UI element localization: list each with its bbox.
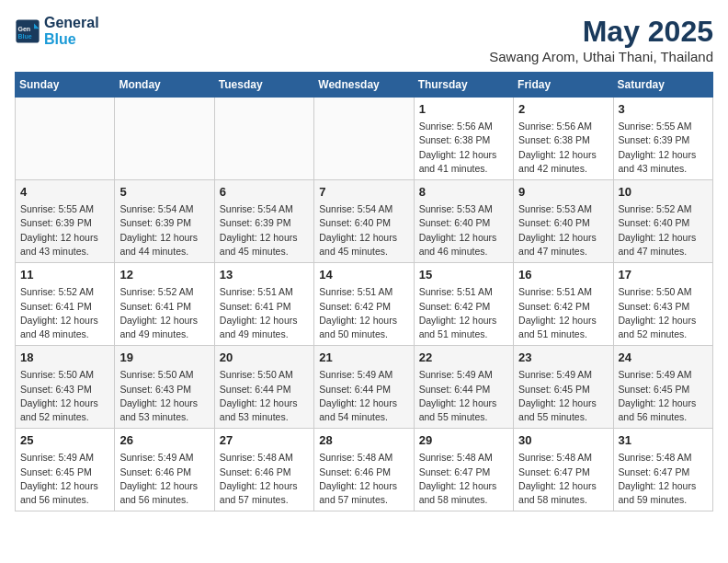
calendar-cell: 29Sunrise: 5:48 AM Sunset: 6:47 PM Dayli…: [414, 429, 513, 511]
calendar-cell: 19Sunrise: 5:50 AM Sunset: 6:43 PM Dayli…: [115, 346, 214, 429]
week-row-1: 1Sunrise: 5:56 AM Sunset: 6:38 PM Daylig…: [16, 98, 713, 180]
day-number: 11: [20, 267, 109, 283]
calendar-cell: 12Sunrise: 5:52 AM Sunset: 6:41 PM Dayli…: [115, 263, 214, 346]
day-number: 29: [419, 432, 508, 449]
calendar-cell: 16Sunrise: 5:51 AM Sunset: 6:42 PM Dayli…: [514, 263, 613, 346]
day-number: 17: [619, 267, 708, 283]
day-number: 26: [119, 432, 209, 449]
day-number: 12: [119, 267, 209, 283]
calendar-cell: 13Sunrise: 5:51 AM Sunset: 6:41 PM Dayli…: [214, 263, 313, 346]
calendar-cell: 7Sunrise: 5:54 AM Sunset: 6:40 PM Daylig…: [314, 180, 414, 263]
calendar-cell: 18Sunrise: 5:50 AM Sunset: 6:43 PM Dayli…: [16, 346, 115, 429]
calendar-cell: 30Sunrise: 5:48 AM Sunset: 6:47 PM Dayli…: [514, 429, 613, 511]
day-info: Sunrise: 5:51 AM Sunset: 6:42 PM Dayligh…: [419, 285, 508, 341]
day-number: 1: [419, 101, 508, 118]
day-number: 13: [220, 267, 309, 283]
calendar-cell: [214, 98, 313, 180]
day-info: Sunrise: 5:52 AM Sunset: 6:40 PM Dayligh…: [619, 202, 708, 259]
day-info: Sunrise: 5:49 AM Sunset: 6:45 PM Dayligh…: [619, 368, 708, 424]
day-info: Sunrise: 5:55 AM Sunset: 6:39 PM Dayligh…: [20, 202, 109, 259]
day-info: Sunrise: 5:49 AM Sunset: 6:44 PM Dayligh…: [319, 368, 408, 424]
day-info: Sunrise: 5:56 AM Sunset: 6:38 PM Dayligh…: [518, 120, 608, 176]
day-info: Sunrise: 5:50 AM Sunset: 6:43 PM Dayligh…: [619, 285, 708, 341]
day-info: Sunrise: 5:54 AM Sunset: 6:39 PM Dayligh…: [220, 202, 309, 259]
day-info: Sunrise: 5:53 AM Sunset: 6:40 PM Dayligh…: [518, 202, 608, 259]
day-info: Sunrise: 5:49 AM Sunset: 6:45 PM Dayligh…: [518, 368, 608, 424]
calendar-cell: 26Sunrise: 5:49 AM Sunset: 6:46 PM Dayli…: [115, 429, 214, 511]
day-info: Sunrise: 5:53 AM Sunset: 6:40 PM Dayligh…: [419, 202, 508, 259]
calendar-cell: 1Sunrise: 5:56 AM Sunset: 6:38 PM Daylig…: [414, 98, 513, 180]
weekday-header-thursday: Thursday: [414, 73, 513, 98]
day-number: 9: [518, 184, 608, 201]
day-info: Sunrise: 5:56 AM Sunset: 6:38 PM Dayligh…: [419, 120, 508, 176]
calendar-cell: 20Sunrise: 5:50 AM Sunset: 6:44 PM Dayli…: [214, 346, 313, 429]
calendar-cell: 5Sunrise: 5:54 AM Sunset: 6:39 PM Daylig…: [115, 180, 214, 263]
svg-text:Blue: Blue: [18, 33, 32, 40]
day-number: 19: [119, 350, 209, 366]
weekday-header-wednesday: Wednesday: [314, 73, 414, 98]
calendar-cell: 4Sunrise: 5:55 AM Sunset: 6:39 PM Daylig…: [16, 180, 115, 263]
weekday-header-tuesday: Tuesday: [214, 73, 313, 98]
day-number: 27: [220, 432, 309, 449]
calendar-cell: [115, 98, 214, 180]
logo: Gen Blue General Blue: [15, 15, 99, 47]
day-number: 25: [20, 432, 109, 449]
calendar-cell: [16, 98, 115, 180]
day-number: 10: [619, 184, 708, 201]
day-number: 3: [619, 101, 708, 118]
logo-icon: Gen Blue: [15, 18, 40, 44]
day-info: Sunrise: 5:48 AM Sunset: 6:46 PM Dayligh…: [319, 451, 408, 507]
day-number: 6: [220, 184, 309, 201]
day-number: 4: [20, 184, 109, 201]
week-row-3: 11Sunrise: 5:52 AM Sunset: 6:41 PM Dayli…: [16, 263, 713, 346]
calendar-cell: 25Sunrise: 5:49 AM Sunset: 6:45 PM Dayli…: [16, 429, 115, 511]
day-number: 31: [619, 432, 708, 449]
calendar-cell: [314, 98, 414, 180]
day-info: Sunrise: 5:52 AM Sunset: 6:41 PM Dayligh…: [20, 285, 109, 341]
title-area: May 2025 Sawang Arom, Uthai Thani, Thail…: [489, 15, 713, 64]
day-number: 20: [220, 350, 309, 366]
calendar-cell: 10Sunrise: 5:52 AM Sunset: 6:40 PM Dayli…: [613, 180, 712, 263]
calendar-cell: 3Sunrise: 5:55 AM Sunset: 6:39 PM Daylig…: [613, 98, 712, 180]
day-info: Sunrise: 5:49 AM Sunset: 6:45 PM Dayligh…: [20, 451, 109, 507]
day-number: 28: [319, 432, 408, 449]
day-number: 30: [518, 432, 608, 449]
calendar-cell: 21Sunrise: 5:49 AM Sunset: 6:44 PM Dayli…: [314, 346, 414, 429]
weekday-header-friday: Friday: [514, 73, 613, 98]
day-info: Sunrise: 5:48 AM Sunset: 6:47 PM Dayligh…: [518, 451, 608, 507]
weekday-header-saturday: Saturday: [613, 73, 712, 98]
calendar-cell: 27Sunrise: 5:48 AM Sunset: 6:46 PM Dayli…: [214, 429, 313, 511]
day-info: Sunrise: 5:49 AM Sunset: 6:46 PM Dayligh…: [119, 451, 209, 507]
main-title: May 2025: [489, 15, 713, 49]
day-number: 14: [319, 267, 408, 283]
weekday-header-sunday: Sunday: [16, 73, 115, 98]
calendar-cell: 14Sunrise: 5:51 AM Sunset: 6:42 PM Dayli…: [314, 263, 414, 346]
week-row-2: 4Sunrise: 5:55 AM Sunset: 6:39 PM Daylig…: [16, 180, 713, 263]
calendar-cell: 24Sunrise: 5:49 AM Sunset: 6:45 PM Dayli…: [613, 346, 712, 429]
day-number: 16: [518, 267, 608, 283]
calendar-cell: 17Sunrise: 5:50 AM Sunset: 6:43 PM Dayli…: [613, 263, 712, 346]
weekday-header-monday: Monday: [115, 73, 214, 98]
day-number: 21: [319, 350, 408, 366]
day-info: Sunrise: 5:52 AM Sunset: 6:41 PM Dayligh…: [119, 285, 209, 341]
week-row-4: 18Sunrise: 5:50 AM Sunset: 6:43 PM Dayli…: [16, 346, 713, 429]
calendar-cell: 28Sunrise: 5:48 AM Sunset: 6:46 PM Dayli…: [314, 429, 414, 511]
subtitle: Sawang Arom, Uthai Thani, Thailand: [489, 49, 713, 64]
calendar-cell: 31Sunrise: 5:48 AM Sunset: 6:47 PM Dayli…: [613, 429, 712, 511]
day-number: 7: [319, 184, 408, 201]
calendar-table: SundayMondayTuesdayWednesdayThursdayFrid…: [15, 72, 713, 511]
calendar-cell: 15Sunrise: 5:51 AM Sunset: 6:42 PM Dayli…: [414, 263, 513, 346]
day-info: Sunrise: 5:55 AM Sunset: 6:39 PM Dayligh…: [619, 120, 708, 176]
day-info: Sunrise: 5:51 AM Sunset: 6:42 PM Dayligh…: [319, 285, 408, 341]
day-number: 18: [20, 350, 109, 366]
logo-text-line2: Blue: [44, 31, 99, 48]
day-info: Sunrise: 5:48 AM Sunset: 6:47 PM Dayligh…: [619, 451, 708, 507]
day-info: Sunrise: 5:51 AM Sunset: 6:42 PM Dayligh…: [518, 285, 608, 341]
day-info: Sunrise: 5:50 AM Sunset: 6:43 PM Dayligh…: [20, 368, 109, 424]
day-info: Sunrise: 5:50 AM Sunset: 6:44 PM Dayligh…: [220, 368, 309, 424]
day-number: 23: [518, 350, 608, 366]
calendar-cell: 23Sunrise: 5:49 AM Sunset: 6:45 PM Dayli…: [514, 346, 613, 429]
svg-text:Gen: Gen: [18, 26, 31, 32]
day-info: Sunrise: 5:48 AM Sunset: 6:47 PM Dayligh…: [419, 451, 508, 507]
calendar-cell: 11Sunrise: 5:52 AM Sunset: 6:41 PM Dayli…: [16, 263, 115, 346]
